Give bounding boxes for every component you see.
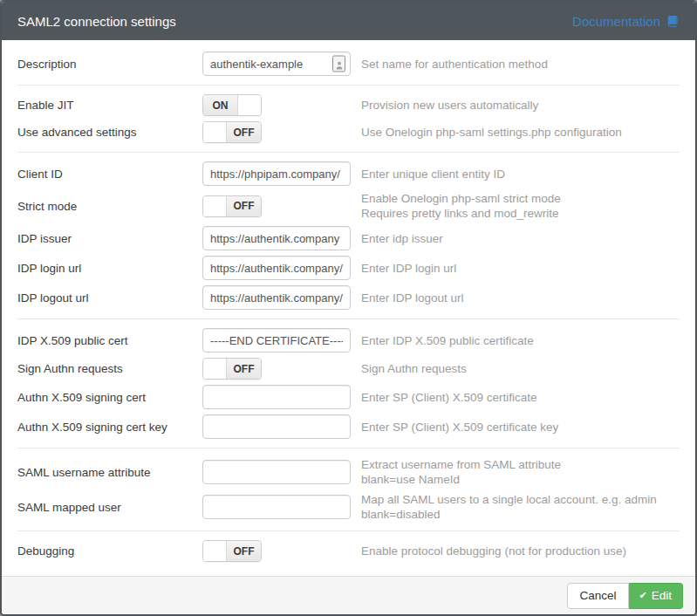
field-label-description: Description [17,58,202,71]
field-control: OFF [202,195,351,217]
form-row-saml-username-attribute: SAML username attributeExtract username … [17,455,680,489]
cancel-button[interactable]: Cancel [567,583,628,609]
field-label-strict-mode: Strict mode [17,200,202,213]
hint-line: Requires pretty links and mod_rewrite [361,206,561,221]
hint-line: Enter IDP X.509 public certificate [361,333,534,348]
form-row-idp-x509-public-cert: IDP X.509 public certEnter IDP X.509 pub… [17,325,680,355]
form-group: IDP X.509 public certEnter IDP X.509 pub… [17,318,680,448]
field-control [202,161,351,186]
sign-authn-requests-toggle[interactable]: OFF [202,358,262,380]
idp-login-url-input[interactable] [202,256,351,280]
form-row-strict-mode: Strict modeOFFEnable Onelogin php-saml s… [17,188,680,223]
field-control [202,328,351,352]
form-row-saml-mapped-user: SAML mapped userMap all SAML users to a … [17,489,680,524]
hint-line: Map all SAML users to a single local acc… [361,492,657,507]
field-label-client-id: Client ID [17,168,202,181]
saml2-settings-modal: SAML2 connection settings Documentation … [0,0,697,616]
field-hint-idp-issuer: Enter idp issuer [361,231,443,246]
documentation-link-label: Documentation [572,14,660,29]
toggle-state-label: ON [203,95,237,115]
field-control [202,385,351,409]
form-group: DebuggingOFFEnable protocol debugging (n… [17,530,680,571]
edit-button-label: Edit [652,589,672,602]
hint-line: blank=disabled [361,507,657,522]
hint-line: Use Onelogin php-saml settings.php confi… [361,125,622,140]
form-row-description: DescriptionSet name for authentication m… [17,49,680,79]
idp-issuer-input[interactable] [202,226,351,250]
form-row-authn-x509-signing-cert: Authn X.509 signing certEnter SP (Client… [17,382,680,412]
idp-logout-url-input[interactable] [202,285,351,310]
field-hint-debugging: Enable protocol debugging (not for produ… [361,544,626,558]
hint-line: Sign Authn requests [361,361,467,376]
field-label-idp-x509-public-cert: IDP X.509 public cert [17,334,202,347]
hint-line: Enable protocol debugging (not for produ… [361,544,626,558]
field-hint-use-advanced-settings: Use Onelogin php-saml settings.php confi… [361,125,622,140]
field-hint-client-id: Enter unique client entity ID [361,167,505,181]
client-id-input[interactable] [202,161,351,186]
modal-footer: Cancel ✔ Edit [2,576,695,614]
field-control [202,460,351,484]
form-row-idp-login-url: IDP login urlEnter IDP login url [17,253,680,283]
check-icon: ✔ [639,591,647,600]
hint-line: Enter idp issuer [361,231,443,246]
form-group: Enable JITONProvision new users automati… [17,85,680,152]
field-hint-description: Set name for authentication method [361,57,548,72]
field-control [202,285,351,310]
hint-line: Enter unique client entity ID [361,167,505,181]
field-label-saml-mapped-user: SAML mapped user [17,501,202,514]
hint-line: Enter IDP login url [361,261,456,276]
field-control: OFF [202,121,351,143]
toggle-knob [203,196,227,216]
form-group: DescriptionSet name for authentication m… [17,43,680,85]
form-row-debugging: DebuggingOFFEnable protocol debugging (n… [17,537,680,565]
idp-x509-public-cert-input[interactable] [202,328,351,352]
field-label-debugging: Debugging [17,544,202,558]
field-hint-saml-mapped-user: Map all SAML users to a single local acc… [361,492,657,522]
hint-line: Enter SP (Client) X.509 certificate [361,390,537,405]
hint-line: Enter SP (Client) X.509 certificate key [361,420,558,435]
strict-mode-toggle[interactable]: OFF [202,195,262,217]
toggle-knob [203,541,227,561]
hint-line: Set name for authentication method [361,57,548,72]
toggle-state-label: OFF [227,359,261,379]
toggle-state-label: OFF [227,196,261,216]
field-hint-idp-x509-public-cert: Enter IDP X.509 public certificate [361,333,534,348]
enable-jit-toggle[interactable]: ON [202,94,262,116]
book-icon [666,15,680,28]
field-label-saml-username-attribute: SAML username attribute [17,466,202,479]
field-hint-sign-authn-requests: Sign Authn requests [361,361,467,376]
form-row-idp-issuer: IDP issuerEnter idp issuer [17,223,680,253]
authn-x509-signing-cert-key-input[interactable] [202,414,351,439]
field-label-idp-issuer: IDP issuer [17,232,202,245]
field-label-idp-logout-url: IDP logout url [17,291,202,305]
field-hint-authn-x509-signing-cert-key: Enter SP (Client) X.509 certificate key [361,420,558,435]
modal-header: SAML2 connection settings Documentation [2,2,695,40]
description-input[interactable] [202,51,351,76]
authn-x509-signing-cert-input[interactable] [202,385,351,409]
field-hint-idp-logout-url: Enter IDP logout url [361,291,464,305]
hint-line: Enter IDP logout url [361,291,464,305]
edit-button[interactable]: ✔ Edit [629,583,683,609]
documentation-link[interactable]: Documentation [572,14,680,29]
hint-line: Provision new users automatically [361,98,538,113]
field-control: OFF [202,540,351,562]
field-label-use-advanced-settings: Use advanced settings [17,126,202,139]
toggle-knob [203,359,227,379]
form-group: SAML username attributeExtract username … [17,448,680,530]
toggle-knob [237,95,261,115]
hint-line: Extract username from SAML attribute [361,457,561,472]
field-hint-strict-mode: Enable Onelogin php-saml strict modeRequ… [361,191,561,221]
saml-username-attribute-input[interactable] [202,460,351,484]
hint-line: blank=use NameId [361,472,561,487]
field-control: ON [202,94,351,116]
debugging-toggle[interactable]: OFF [202,540,262,562]
form-row-client-id: Client IDEnter unique client entity ID [17,159,680,188]
field-hint-enable-jit: Provision new users automatically [361,98,538,113]
autofill-icon [332,56,345,72]
form-body: DescriptionSet name for authentication m… [2,40,695,576]
field-label-sign-authn-requests: Sign Authn requests [17,362,202,375]
use-advanced-settings-toggle[interactable]: OFF [202,121,262,143]
toggle-state-label: OFF [227,541,261,561]
saml-mapped-user-input[interactable] [202,495,351,519]
field-control [202,226,351,250]
